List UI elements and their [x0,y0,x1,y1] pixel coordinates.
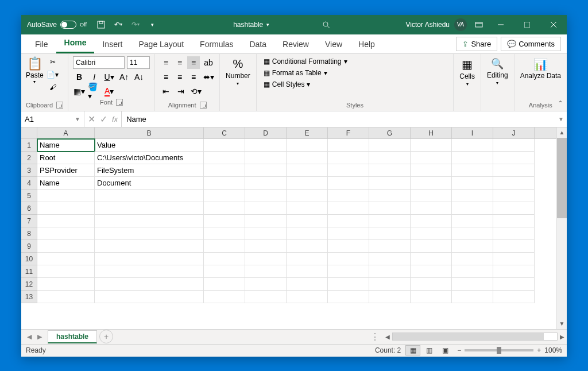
row-header-3[interactable]: 3 [21,164,37,177]
col-header-D[interactable]: D [245,127,287,138]
cell-F12[interactable] [328,278,369,291]
cell-C13[interactable] [204,291,245,303]
cell-A8[interactable] [37,227,95,240]
cell-D2[interactable] [245,152,287,164]
cell-A7[interactable] [37,215,95,227]
row-header-1[interactable]: 1 [21,139,37,152]
cell-H4[interactable] [411,177,452,190]
zoom-level[interactable]: 100% [544,346,562,354]
row-header-13[interactable]: 13 [21,291,37,303]
fill-color-button[interactable]: 🪣▾ [88,85,100,98]
cell-E11[interactable] [287,265,328,278]
cell-F8[interactable] [328,227,369,240]
cell-A3[interactable]: PSProvider [37,164,95,177]
tab-review[interactable]: Review [274,35,317,53]
cancel-formula-icon[interactable]: ✕ [88,114,95,125]
col-header-G[interactable]: G [369,127,411,138]
tab-help[interactable]: Help [350,35,383,53]
name-box[interactable]: A1 ▼ [21,111,84,127]
cell-G4[interactable] [369,177,411,190]
cell-C10[interactable] [204,253,245,265]
row-header-10[interactable]: 10 [21,253,37,265]
cell-F6[interactable] [328,202,369,215]
cell-I10[interactable] [452,253,493,265]
cell-J5[interactable] [493,190,535,202]
zoom-in-button[interactable]: + [537,346,541,354]
bold-button[interactable]: B [73,71,86,83]
row-header-11[interactable]: 11 [21,265,37,278]
cell-H13[interactable] [411,291,452,303]
tab-home[interactable]: Home [56,33,95,53]
cell-G1[interactable] [369,139,411,152]
cell-E7[interactable] [287,215,328,227]
cell-styles-button[interactable]: ▦Cell Styles▾ [261,79,350,90]
cell-E2[interactable] [287,152,328,164]
cell-C6[interactable] [204,202,245,215]
formula-input[interactable]: Name [122,111,555,127]
close-button[interactable] [540,15,567,34]
cell-F11[interactable] [328,265,369,278]
normal-view-icon[interactable]: ▦ [405,345,420,355]
cell-E1[interactable] [287,139,328,152]
comments-button[interactable]: 💬Comments [501,37,561,51]
cell-J12[interactable] [493,278,535,291]
cell-D11[interactable] [245,265,287,278]
cell-G7[interactable] [369,215,411,227]
cell-H9[interactable] [411,240,452,253]
cell-C4[interactable] [204,177,245,190]
cell-B8[interactable] [95,227,204,240]
decrease-font-icon[interactable]: A↓ [133,71,145,83]
cell-H8[interactable] [411,227,452,240]
cell-J9[interactable] [493,240,535,253]
cell-H5[interactable] [411,190,452,202]
cell-G6[interactable] [369,202,411,215]
undo-icon[interactable]: ↶▾ [110,15,127,34]
cell-D10[interactable] [245,253,287,265]
cell-D12[interactable] [245,278,287,291]
font-name-select[interactable] [73,56,125,69]
format-painter-icon[interactable]: 🖌 [46,82,60,93]
cell-A2[interactable]: Root [37,152,95,164]
cell-G5[interactable] [369,190,411,202]
cell-C3[interactable] [204,164,245,177]
col-header-B[interactable]: B [95,127,204,138]
cell-I2[interactable] [452,152,493,164]
align-bottom-icon[interactable]: ≡ [187,56,200,69]
cell-H7[interactable] [411,215,452,227]
font-color-button[interactable]: A▾ [103,85,115,98]
cell-A11[interactable] [37,265,95,278]
cell-J6[interactable] [493,202,535,215]
cell-B13[interactable] [95,291,204,303]
select-all-button[interactable] [21,127,37,138]
cell-D7[interactable] [245,215,287,227]
cell-G2[interactable] [369,152,411,164]
cell-F3[interactable] [328,164,369,177]
toggle-switch[interactable] [60,21,76,29]
minimize-button[interactable] [488,15,514,34]
merge-center-icon[interactable]: ⬌▾ [202,71,215,83]
cell-B12[interactable] [95,278,204,291]
cell-C7[interactable] [204,215,245,227]
cell-H12[interactable] [411,278,452,291]
cell-J7[interactable] [493,215,535,227]
cell-I13[interactable] [452,291,493,303]
cell-F4[interactable] [328,177,369,190]
cell-F10[interactable] [328,253,369,265]
cell-J2[interactable] [493,152,535,164]
col-header-I[interactable]: I [452,127,493,138]
cell-D5[interactable] [245,190,287,202]
editing-button[interactable]: 🔍 Editing ▾ [486,56,509,107]
zoom-out-button[interactable]: − [457,346,461,354]
align-middle-icon[interactable]: ≡ [173,56,186,69]
cell-E8[interactable] [287,227,328,240]
cell-I12[interactable] [452,278,493,291]
cell-D8[interactable] [245,227,287,240]
cell-E4[interactable] [287,177,328,190]
cell-A9[interactable] [37,240,95,253]
cell-B5[interactable] [95,190,204,202]
cell-F5[interactable] [328,190,369,202]
increase-font-icon[interactable]: A↑ [118,71,130,83]
share-button[interactable]: ⇪Share [456,37,497,51]
row-header-12[interactable]: 12 [21,278,37,291]
horizontal-scrollbar[interactable]: ◀ ▶ [383,333,567,341]
